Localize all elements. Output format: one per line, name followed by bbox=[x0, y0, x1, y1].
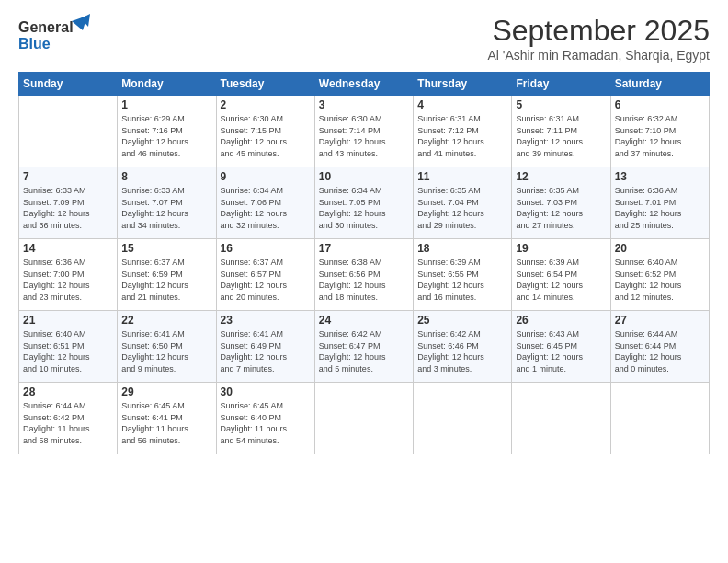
week-row-2: 7Sunrise: 6:33 AM Sunset: 7:09 PM Daylig… bbox=[19, 167, 710, 239]
col-header-thursday: Thursday bbox=[414, 73, 512, 96]
day-cell bbox=[414, 383, 512, 454]
day-number: 30 bbox=[221, 385, 311, 398]
day-cell: 20Sunrise: 6:40 AM Sunset: 6:52 PM Dayli… bbox=[610, 239, 709, 311]
day-number: 27 bbox=[615, 314, 705, 327]
day-number: 6 bbox=[615, 98, 705, 111]
day-info: Sunrise: 6:45 AM Sunset: 6:41 PM Dayligh… bbox=[121, 400, 211, 446]
day-info: Sunrise: 6:31 AM Sunset: 7:12 PM Dayligh… bbox=[417, 113, 507, 159]
day-number: 21 bbox=[23, 314, 113, 327]
day-cell: 27Sunrise: 6:44 AM Sunset: 6:44 PM Dayli… bbox=[610, 311, 709, 383]
day-cell: 19Sunrise: 6:39 AM Sunset: 6:54 PM Dayli… bbox=[512, 239, 610, 311]
day-info: Sunrise: 6:35 AM Sunset: 7:03 PM Dayligh… bbox=[516, 185, 606, 231]
col-header-sunday: Sunday bbox=[19, 73, 118, 96]
day-cell: 14Sunrise: 6:36 AM Sunset: 7:00 PM Dayli… bbox=[19, 239, 118, 311]
calendar-table: SundayMondayTuesdayWednesdayThursdayFrid… bbox=[18, 72, 710, 454]
week-row-5: 28Sunrise: 6:44 AM Sunset: 6:42 PM Dayli… bbox=[19, 383, 710, 454]
day-info: Sunrise: 6:34 AM Sunset: 7:06 PM Dayligh… bbox=[221, 185, 311, 231]
day-number: 16 bbox=[221, 242, 311, 255]
day-cell bbox=[610, 383, 709, 454]
day-number: 29 bbox=[121, 385, 211, 398]
day-number: 20 bbox=[615, 242, 705, 255]
day-cell: 4Sunrise: 6:31 AM Sunset: 7:12 PM Daylig… bbox=[414, 96, 512, 167]
day-number: 28 bbox=[23, 385, 113, 398]
day-info: Sunrise: 6:31 AM Sunset: 7:11 PM Dayligh… bbox=[516, 113, 606, 159]
day-cell: 9Sunrise: 6:34 AM Sunset: 7:06 PM Daylig… bbox=[216, 167, 314, 239]
day-number: 24 bbox=[319, 314, 409, 327]
day-info: Sunrise: 6:37 AM Sunset: 6:57 PM Dayligh… bbox=[221, 257, 311, 303]
logo: General Blue bbox=[18, 14, 92, 55]
day-cell: 17Sunrise: 6:38 AM Sunset: 6:56 PM Dayli… bbox=[314, 239, 413, 311]
day-cell: 29Sunrise: 6:45 AM Sunset: 6:41 PM Dayli… bbox=[118, 383, 216, 454]
svg-text:General: General bbox=[18, 19, 74, 35]
day-info: Sunrise: 6:39 AM Sunset: 6:55 PM Dayligh… bbox=[417, 257, 507, 303]
day-info: Sunrise: 6:37 AM Sunset: 6:59 PM Dayligh… bbox=[121, 257, 211, 303]
day-number: 9 bbox=[221, 170, 311, 183]
col-header-saturday: Saturday bbox=[610, 73, 709, 96]
day-number: 12 bbox=[516, 170, 606, 183]
day-info: Sunrise: 6:42 AM Sunset: 6:47 PM Dayligh… bbox=[319, 328, 409, 374]
month-title: September 2025 bbox=[487, 14, 710, 48]
day-number: 2 bbox=[221, 98, 311, 111]
day-cell: 30Sunrise: 6:45 AM Sunset: 6:40 PM Dayli… bbox=[216, 383, 314, 454]
day-number: 1 bbox=[121, 98, 211, 111]
day-number: 23 bbox=[221, 314, 311, 327]
week-row-4: 21Sunrise: 6:40 AM Sunset: 6:51 PM Dayli… bbox=[19, 311, 710, 383]
day-cell: 22Sunrise: 6:41 AM Sunset: 6:50 PM Dayli… bbox=[118, 311, 216, 383]
day-number: 3 bbox=[319, 98, 409, 111]
day-number: 8 bbox=[121, 170, 211, 183]
day-info: Sunrise: 6:33 AM Sunset: 7:07 PM Dayligh… bbox=[121, 185, 211, 231]
svg-text:Blue: Blue bbox=[18, 36, 51, 52]
col-header-monday: Monday bbox=[118, 73, 216, 96]
day-cell: 24Sunrise: 6:42 AM Sunset: 6:47 PM Dayli… bbox=[314, 311, 413, 383]
day-info: Sunrise: 6:36 AM Sunset: 7:00 PM Dayligh… bbox=[23, 257, 113, 303]
location-subtitle: Al 'Ashir min Ramadan, Sharqia, Egypt bbox=[487, 48, 710, 63]
day-info: Sunrise: 6:30 AM Sunset: 7:15 PM Dayligh… bbox=[221, 113, 311, 159]
day-number: 25 bbox=[417, 314, 507, 327]
day-cell: 21Sunrise: 6:40 AM Sunset: 6:51 PM Dayli… bbox=[19, 311, 118, 383]
day-cell bbox=[19, 96, 118, 167]
col-header-wednesday: Wednesday bbox=[314, 73, 413, 96]
day-info: Sunrise: 6:40 AM Sunset: 6:52 PM Dayligh… bbox=[615, 257, 705, 303]
day-cell: 3Sunrise: 6:30 AM Sunset: 7:14 PM Daylig… bbox=[314, 96, 413, 167]
day-number: 15 bbox=[121, 242, 211, 255]
day-cell: 11Sunrise: 6:35 AM Sunset: 7:04 PM Dayli… bbox=[414, 167, 512, 239]
day-number: 11 bbox=[417, 170, 507, 183]
day-cell: 15Sunrise: 6:37 AM Sunset: 6:59 PM Dayli… bbox=[118, 239, 216, 311]
day-cell: 18Sunrise: 6:39 AM Sunset: 6:55 PM Dayli… bbox=[414, 239, 512, 311]
day-number: 26 bbox=[516, 314, 606, 327]
day-number: 14 bbox=[23, 242, 113, 255]
day-cell: 16Sunrise: 6:37 AM Sunset: 6:57 PM Dayli… bbox=[216, 239, 314, 311]
day-cell: 2Sunrise: 6:30 AM Sunset: 7:15 PM Daylig… bbox=[216, 96, 314, 167]
day-info: Sunrise: 6:29 AM Sunset: 7:16 PM Dayligh… bbox=[121, 113, 211, 159]
day-number: 13 bbox=[615, 170, 705, 183]
day-info: Sunrise: 6:33 AM Sunset: 7:09 PM Dayligh… bbox=[23, 185, 113, 231]
day-info: Sunrise: 6:44 AM Sunset: 6:42 PM Dayligh… bbox=[23, 400, 113, 446]
day-info: Sunrise: 6:40 AM Sunset: 6:51 PM Dayligh… bbox=[23, 328, 113, 374]
day-number: 7 bbox=[23, 170, 113, 183]
day-info: Sunrise: 6:42 AM Sunset: 6:46 PM Dayligh… bbox=[417, 328, 507, 374]
day-cell: 8Sunrise: 6:33 AM Sunset: 7:07 PM Daylig… bbox=[118, 167, 216, 239]
day-number: 4 bbox=[417, 98, 507, 111]
day-cell: 6Sunrise: 6:32 AM Sunset: 7:10 PM Daylig… bbox=[610, 96, 709, 167]
week-row-1: 1Sunrise: 6:29 AM Sunset: 7:16 PM Daylig… bbox=[19, 96, 710, 167]
title-block: September 2025 Al 'Ashir min Ramadan, Sh… bbox=[487, 14, 710, 63]
day-cell: 10Sunrise: 6:34 AM Sunset: 7:05 PM Dayli… bbox=[314, 167, 413, 239]
logo-svg: General Blue bbox=[18, 14, 92, 55]
col-header-friday: Friday bbox=[512, 73, 610, 96]
day-info: Sunrise: 6:32 AM Sunset: 7:10 PM Dayligh… bbox=[615, 113, 705, 159]
day-cell bbox=[512, 383, 610, 454]
day-cell: 7Sunrise: 6:33 AM Sunset: 7:09 PM Daylig… bbox=[19, 167, 118, 239]
day-cell: 1Sunrise: 6:29 AM Sunset: 7:16 PM Daylig… bbox=[118, 96, 216, 167]
day-info: Sunrise: 6:43 AM Sunset: 6:45 PM Dayligh… bbox=[516, 328, 606, 374]
day-info: Sunrise: 6:41 AM Sunset: 6:49 PM Dayligh… bbox=[221, 328, 311, 374]
day-info: Sunrise: 6:45 AM Sunset: 6:40 PM Dayligh… bbox=[221, 400, 311, 446]
day-info: Sunrise: 6:34 AM Sunset: 7:05 PM Dayligh… bbox=[319, 185, 409, 231]
col-header-tuesday: Tuesday bbox=[216, 73, 314, 96]
day-number: 5 bbox=[516, 98, 606, 111]
day-info: Sunrise: 6:30 AM Sunset: 7:14 PM Dayligh… bbox=[319, 113, 409, 159]
page: General Blue September 2025 Al 'Ashir mi… bbox=[0, 0, 728, 563]
day-number: 17 bbox=[319, 242, 409, 255]
day-info: Sunrise: 6:41 AM Sunset: 6:50 PM Dayligh… bbox=[121, 328, 211, 374]
day-cell: 23Sunrise: 6:41 AM Sunset: 6:49 PM Dayli… bbox=[216, 311, 314, 383]
day-number: 18 bbox=[417, 242, 507, 255]
